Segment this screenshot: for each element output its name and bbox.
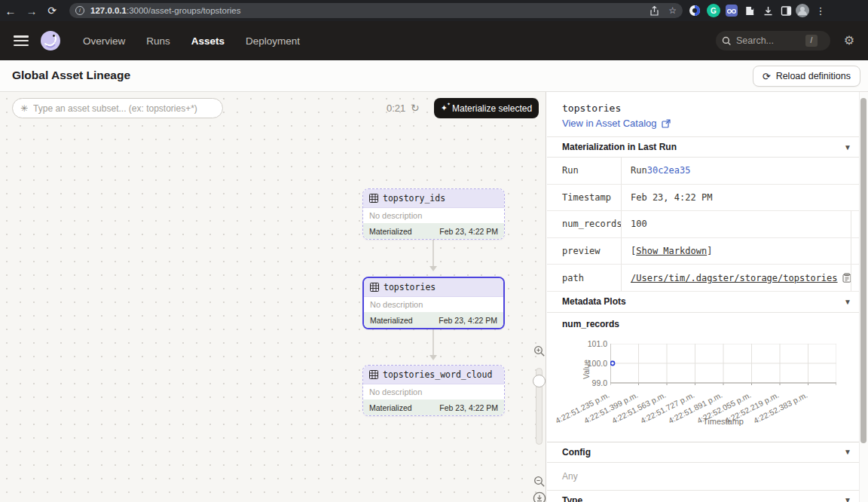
section-materialization-last-run[interactable]: Materialization in Last Run ▼ — [547, 136, 868, 158]
table-row-run: Run Run 30c2ea35 — [547, 158, 868, 185]
row-value: Feb 23, 4:22 PM — [621, 185, 868, 211]
copy-icon[interactable] — [842, 273, 851, 283]
zoom-slider-handle[interactable] — [533, 375, 546, 387]
section-config[interactable]: Config ▼ — [547, 442, 868, 463]
side-panel-icon[interactable] — [779, 4, 793, 17]
dagster-logo[interactable] — [39, 29, 62, 52]
table-row-timestamp: Timestamp Feb 23, 4:22 PM — [547, 185, 868, 212]
zoom-in-icon[interactable] — [533, 345, 546, 360]
global-search[interactable]: / — [716, 31, 830, 51]
table-icon — [370, 283, 379, 292]
zoom-out-icon[interactable] — [533, 476, 546, 491]
asset-node-status: Materialized — [369, 227, 412, 236]
asset-node-description: No description — [363, 384, 504, 399]
data-point — [610, 361, 614, 365]
view-in-asset-catalog-link[interactable]: View in Asset Catalog — [547, 115, 868, 136]
asset-node-topstories[interactable]: topstories No description Materialized F… — [362, 277, 505, 329]
asset-node-name: topstories — [384, 282, 436, 292]
sidebar-scrollbar-thumb[interactable] — [860, 98, 866, 443]
table-row-path: path /Users/tim/.dagster/storage/topstor… — [547, 265, 868, 292]
chevron-down-icon: ▼ — [844, 496, 851, 502]
address-bar[interactable]: i 127.0.0.1:3000/asset-groups/topstories… — [69, 3, 683, 18]
sparkle-icon: ✦✦ — [441, 103, 448, 113]
asset-detail-sidebar: topstories View in Asset Catalog Materia… — [547, 92, 868, 502]
nav-item-assets[interactable]: Assets — [191, 35, 225, 47]
asset-subset-filter[interactable]: ✳ — [12, 98, 223, 118]
reload-definitions-button[interactable]: ⟳ Reload definitions — [753, 66, 860, 87]
edge-topstories-to-word-cloud — [432, 329, 434, 356]
asset-node-name: topstories_word_cloud — [383, 369, 492, 380]
y-tick-label: 101.0 — [574, 339, 607, 348]
asset-node-description: No description — [364, 297, 503, 312]
row-key: num_records — [547, 211, 621, 237]
refresh-timer: 0:21 — [387, 98, 405, 118]
plot-metric-title: num_records — [547, 313, 868, 332]
chevron-down-icon: ▼ — [844, 448, 851, 456]
browser-toolbar: ← → ⟳ i 127.0.0.1:3000/asset-groups/tops… — [0, 0, 868, 21]
y-tick-label: 99.0 — [574, 378, 607, 387]
asset-node-topstory-ids[interactable]: topstory_ids No description Materialized… — [362, 188, 505, 240]
browser-menu-icon[interactable]: ⋮ — [814, 4, 827, 17]
op-selector-icon: ✳ — [20, 103, 28, 114]
search-icon — [722, 36, 732, 46]
screen: ← → ⟳ i 127.0.0.1:3000/asset-groups/tops… — [0, 0, 868, 502]
refresh-icon: ⟳ — [763, 71, 771, 82]
y-tick-label: 100.0 — [574, 359, 607, 368]
timer-refresh-icon[interactable]: ↻ — [411, 98, 420, 118]
external-link-icon — [662, 119, 671, 128]
asset-node-timestamp: Feb 23, 4:22 PM — [439, 403, 498, 412]
section-type[interactable]: Type ▼ — [547, 490, 868, 502]
row-key: path — [547, 265, 621, 291]
menu-hamburger-icon[interactable] — [14, 35, 29, 46]
asset-node-timestamp: Feb 23, 4:22 PM — [439, 316, 497, 325]
section-metadata-plots[interactable]: Metadata Plots ▼ — [547, 292, 868, 313]
show-markdown-link[interactable]: Show Markdown — [636, 246, 707, 256]
settings-gear-icon[interactable]: ⚙ — [844, 34, 854, 47]
browser-back-icon[interactable]: ← — [0, 5, 21, 17]
asset-node-timestamp: Feb 23, 4:22 PM — [439, 227, 498, 236]
page-header: Global Asset Lineage ⟳ Reload definition… — [0, 60, 868, 92]
nav-item-runs[interactable]: Runs — [146, 35, 170, 47]
asset-node-topstories-word-cloud[interactable]: topstories_word_cloud No description Mat… — [362, 365, 505, 416]
browser-forward-icon[interactable]: → — [21, 5, 42, 17]
sidebar-asset-name: topstories — [547, 92, 868, 115]
asset-graph-canvas[interactable]: ✳ 0:21 ↻ ✦✦ Materialize selected topstor… — [0, 92, 546, 502]
search-shortcut-badge: / — [805, 35, 818, 47]
row-key: preview — [547, 238, 621, 265]
asset-node-status: Materialized — [370, 316, 413, 325]
materialize-selected-button[interactable]: ✦✦ Materialize selected — [434, 98, 539, 118]
num-records-chart: Value 101.0 100.0 99.0 Timestamp 4:22:51… — [547, 332, 868, 436]
profile-avatar[interactable] — [796, 4, 809, 17]
row-value: Run — [631, 165, 647, 176]
chevron-down-icon: ▼ — [844, 143, 851, 152]
table-icon — [369, 370, 378, 379]
asset-node-name: topstory_ids — [383, 193, 445, 204]
extension-clock-icon[interactable] — [688, 4, 701, 17]
bookmark-star-icon[interactable]: ☆ — [668, 5, 677, 16]
url-text: 127.0.0.1:3000/asset-groups/topstories — [90, 6, 240, 15]
config-value: Any — [547, 463, 868, 490]
row-key: Run — [547, 158, 621, 184]
site-info-icon[interactable]: i — [75, 6, 84, 15]
app-nav-bar: Overview Runs Assets Deployment / ⚙ — [0, 21, 868, 60]
asset-subset-input[interactable] — [33, 103, 206, 114]
extension-grammarly-icon[interactable]: G — [707, 4, 720, 17]
download-icon[interactable] — [761, 4, 775, 17]
run-id-link[interactable]: 30c2ea35 — [647, 165, 691, 176]
extension-glasses-icon[interactable] — [725, 4, 738, 17]
path-link[interactable]: /Users/tim/.dagster/storage/topstories — [631, 273, 838, 283]
search-input[interactable] — [736, 35, 801, 46]
row-key: Timestamp — [547, 185, 621, 211]
table-icon — [369, 194, 378, 203]
extensions-puzzle-icon[interactable] — [743, 4, 756, 17]
chevron-down-icon: ▼ — [844, 298, 851, 306]
browser-reload-icon[interactable]: ⟳ — [42, 5, 62, 17]
zoom-to-fit-icon[interactable] — [533, 491, 546, 502]
share-icon[interactable] — [649, 6, 659, 16]
asset-node-status: Materialized — [369, 403, 412, 412]
nav-item-deployment[interactable]: Deployment — [246, 35, 300, 47]
nav-item-overview[interactable]: Overview — [83, 35, 125, 47]
edge-topstory-ids-to-topstories — [432, 240, 434, 267]
table-row-num-records: num_records 100 — [547, 211, 868, 238]
asset-node-description: No description — [363, 208, 504, 223]
